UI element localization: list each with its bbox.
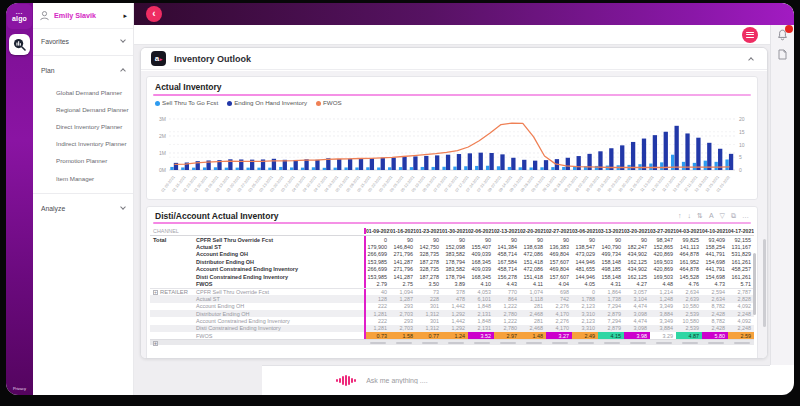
- sidebar: Emily Slavik ▸ Favorites Plan Global Dem…: [33, 3, 134, 395]
- secondary-toolbar: [134, 25, 770, 45]
- value-cell: 1,312: [416, 310, 442, 317]
- document-button[interactable]: [771, 49, 794, 60]
- plan-items-list: Global Demand PlannerRegional Demand Pla…: [33, 82, 133, 191]
- value-cell: 5.80: [702, 332, 728, 339]
- user-menu[interactable]: Emily Slavik ▸: [33, 3, 133, 29]
- value-cell: 2,780: [494, 325, 520, 332]
- date-column-header[interactable]: 02-06-2021: [468, 228, 494, 234]
- sort-down-icon[interactable]: ↓: [688, 212, 692, 220]
- filter-icon[interactable]: ▽: [720, 212, 725, 220]
- value-cell: 151,418: [520, 258, 546, 265]
- more-icon[interactable]: …: [742, 212, 749, 220]
- sidebar-item[interactable]: Promotion Planner: [33, 153, 133, 170]
- sidebar-item[interactable]: Direct Inventory Planner: [33, 118, 133, 135]
- value-cell: 162,125: [624, 258, 650, 265]
- date-column-header[interactable]: 02-13-2021: [494, 228, 520, 234]
- voice-waveform-icon[interactable]: [336, 375, 356, 386]
- date-column-header[interactable]: 01-16-2021: [390, 228, 416, 234]
- value-cell: 141,113: [676, 243, 702, 250]
- legend-item[interactable]: Ending On Hand Inventory: [227, 99, 307, 106]
- value-cell: 3,098: [624, 325, 650, 332]
- export-icon[interactable]: ⧉: [731, 212, 736, 220]
- expand-rows-icon[interactable]: ⇅: [697, 212, 703, 220]
- legend-item[interactable]: Sell Thru To Go Fcst: [155, 99, 218, 106]
- panel-body: Actual Inventory Sell Thru To Go FcstEnd…: [141, 71, 767, 358]
- date-column-header[interactable]: 01-09-2021: [364, 228, 390, 234]
- date-column-header[interactable]: 03-20-2021: [624, 228, 650, 234]
- vertical-scrollbar[interactable]: [753, 253, 756, 315]
- panel-scrollbar[interactable]: [763, 239, 766, 327]
- title-underline: [153, 222, 751, 224]
- user-expand-arrow-icon[interactable]: ▸: [123, 12, 127, 20]
- date-column-header[interactable]: 03-06-2021: [572, 228, 598, 234]
- svg-text:5: 5: [739, 154, 742, 160]
- table-row: +RETAILERCPFR Sell Thru Override Fcst401…: [150, 288, 754, 295]
- table-row: Account Ending OH2222933011,4421,8481,22…: [150, 303, 754, 310]
- date-column-header[interactable]: 01-23-2021: [416, 228, 442, 234]
- algo-logo[interactable]: ••• algo: [7, 4, 32, 29]
- measure-label: Actual ST: [194, 244, 364, 250]
- back-button[interactable]: ‹: [146, 6, 162, 22]
- chart-legend: Sell Thru To Go FcstEnding On Hand Inven…: [147, 96, 757, 106]
- text-size-icon[interactable]: A: [709, 212, 714, 220]
- value-cell: 498,185: [598, 266, 624, 273]
- sidebar-item[interactable]: Indirect Inventory Planner: [33, 136, 133, 153]
- svg-text:10: 10: [739, 142, 745, 148]
- value-cell: 1,848: [468, 303, 494, 310]
- value-cell: 3,104: [624, 295, 650, 302]
- value-cell: 281: [520, 317, 546, 324]
- date-column-header[interactable]: 01-30-2021: [442, 228, 468, 234]
- value-cell: 1.58: [390, 332, 416, 339]
- sidebar-section-favorites[interactable]: Favorites: [33, 29, 133, 53]
- value-cell: 2,780: [494, 310, 520, 317]
- legend-item[interactable]: FWOS: [316, 99, 342, 106]
- date-column-header[interactable]: 03-27-2021: [650, 228, 676, 234]
- value-cell: 4,092: [728, 317, 754, 324]
- expand-group-button[interactable]: +: [153, 341, 158, 346]
- inventory-chart[interactable]: 0M1M2M3M0510152001-09-202101-16-202101-2…: [149, 114, 758, 200]
- collapse-panel-chevron-icon[interactable]: [748, 57, 754, 63]
- ask-me-anything-input[interactable]: [364, 376, 584, 385]
- sidebar-section-analyze[interactable]: Analyze: [33, 196, 133, 220]
- table-row: Disti Constrained Ending Inventory1,2812…: [150, 325, 754, 332]
- value-cell: 2,131: [468, 325, 494, 332]
- date-column-header[interactable]: 04-10-2021: [702, 228, 728, 234]
- search-analytics-button[interactable]: [9, 34, 30, 55]
- date-column-header[interactable]: 03-13-2021: [598, 228, 624, 234]
- group-name[interactable]: RETAILER: [160, 289, 194, 295]
- date-column-header[interactable]: 04-17-2021: [728, 228, 754, 234]
- group-name[interactable]: Total: [153, 237, 187, 243]
- actual-inventory-chart-card: Actual Inventory Sell Thru To Go FcstEnd…: [146, 76, 758, 200]
- table-title: Disti/Account Actual Inventory: [155, 211, 278, 221]
- value-cell: 3,349: [650, 317, 676, 324]
- value-cell: 3,884: [650, 325, 676, 332]
- date-column-header[interactable]: 02-27-2021: [546, 228, 572, 234]
- group-cell: +RETAILER: [150, 289, 194, 295]
- value-cell: 10,580: [676, 317, 702, 324]
- value-cell: 742: [546, 295, 572, 302]
- date-column-header[interactable]: 02-20-2021: [520, 228, 546, 234]
- content-area: a▸ Inventory Outlook Actual Inventory Se…: [134, 45, 770, 365]
- panel-header: a▸ Inventory Outlook: [141, 48, 767, 70]
- value-cell: 168,345: [468, 273, 494, 280]
- value-cell: 271,796: [390, 251, 416, 258]
- sidebar-item[interactable]: Item Manager: [33, 170, 133, 187]
- sidebar-section-plan[interactable]: Plan: [33, 58, 133, 82]
- value-cell: 158,148: [598, 258, 624, 265]
- notifications-button[interactable]: [771, 29, 794, 41]
- date-column-header[interactable]: 04-03-2021: [676, 228, 702, 234]
- value-cell: 141,287: [390, 258, 416, 265]
- value-cell: 4.11: [520, 280, 546, 287]
- sidebar-item[interactable]: Regional Demand Planner: [33, 101, 133, 118]
- value-cell: 3,310: [572, 325, 598, 332]
- value-cell: 3.50: [416, 280, 442, 287]
- value-cell: 1,222: [494, 303, 520, 310]
- value-cell: 154,698: [702, 273, 728, 280]
- value-cell: 458,714: [494, 251, 520, 258]
- expand-group-button[interactable]: +: [153, 290, 158, 295]
- privacy-link[interactable]: Privacy: [6, 386, 33, 391]
- measure-label: FWOS: [194, 281, 364, 287]
- menu-button[interactable]: [742, 27, 758, 43]
- sort-up-icon[interactable]: ↑: [678, 212, 682, 220]
- sidebar-item[interactable]: Global Demand Planner: [33, 84, 133, 101]
